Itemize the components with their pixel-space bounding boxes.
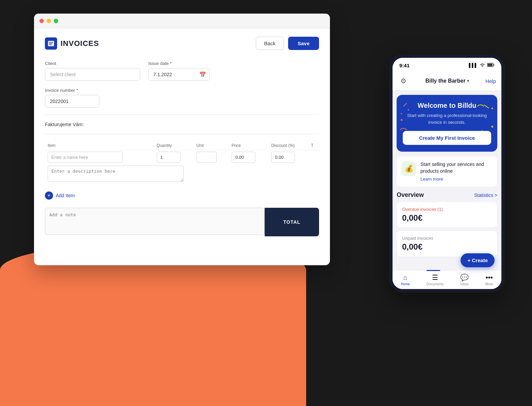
create-fab-button[interactable]: + Create [461,253,495,267]
chevron-down-icon: ▾ [467,79,469,83]
unpaid-amount: 0,00€ [402,242,492,252]
svg-rect-8 [49,43,52,44]
desktop-window: INVOICES Back Save Client Select client … [34,14,330,265]
blob-svg [0,297,306,406]
create-invoice-button[interactable]: Create My First Invoice [403,131,491,145]
item-qty-input[interactable] [157,152,181,163]
issue-date-label: Issue date * [148,61,210,66]
col-price: Price [229,141,269,150]
logo-svg [47,40,55,47]
help-button[interactable]: Help [485,78,496,84]
app-title: INVOICES [61,39,99,48]
calendar-icon: 📅 [199,71,206,78]
traffic-light-red[interactable] [39,19,44,23]
form-row-2: Invoice number * [45,88,319,108]
faktura-label: Fakturujeme Vám: [45,122,319,127]
sell-card: 💰 Start selling your services and produc… [397,156,497,187]
app-logo: INVOICES [45,37,99,50]
window-titlebar [34,14,330,29]
client-select[interactable]: Select client [45,68,140,81]
bottom-section: TOTAL [45,208,319,236]
business-name-text: Billy the Barber [425,78,465,84]
nav-more-label: More [485,282,493,286]
more-icon: ••• [486,274,493,282]
learn-more-link[interactable]: Learn more [420,176,443,182]
table-row: Enter a name here [45,150,319,165]
total-label: TOTAL [283,219,300,225]
gear-button[interactable]: ⚙ [398,75,409,86]
items-table: Item Quantity Unit Price Discount (%) T … [45,141,319,185]
issue-date-group: Issue date * 7.1.2022 📅 [148,61,210,81]
nav-item-more[interactable]: ••• More [485,274,493,286]
overdue-card: Overdue invoices (1) 0,00€ [397,202,497,227]
note-area [45,208,265,236]
welcome-title: Welcome to Billdu [403,102,491,109]
overdue-label: Overdue invoices (1) [402,207,492,212]
svg-rect-7 [49,42,53,43]
wifi-icon [480,63,485,68]
overdue-amount: 0,00€ [402,213,492,223]
nav-item-inbox[interactable]: 💬 Inbox [460,273,469,286]
statistics-link[interactable]: Statistics > [474,192,497,198]
sell-icon: 💰 [401,161,416,176]
home-icon: ⌂ [403,274,408,282]
svg-text:✦: ✦ [400,112,403,116]
item-desc-textarea[interactable] [48,166,184,182]
sell-card-title: Start selling your services and products… [420,161,493,174]
status-bar: 9:41 ▌▌▌ [393,58,501,73]
business-name-button[interactable]: Billy the Barber ▾ [425,78,469,84]
overview-header: Overview Statistics > [397,191,497,199]
phone-scroll-content[interactable]: ✦ ✦ ✦ Welcome to Billdu Start with creat… [393,91,501,269]
nav-documents-label: Documents [427,282,444,286]
sell-text: Start selling your services and products… [420,161,493,182]
add-item-button[interactable]: + Add Item [45,189,75,202]
col-total: T [308,141,319,150]
background-blob [0,270,306,406]
client-label: Client [45,61,140,66]
traffic-light-yellow[interactable] [47,19,51,23]
add-item-label: Add Item [56,193,75,198]
svg-rect-12 [494,64,494,66]
nav-item-documents[interactable]: ☰ Documents [427,273,444,286]
add-item-icon: + [45,191,53,200]
back-button[interactable]: Back [256,37,284,50]
window-content: INVOICES Back Save Client Select client … [34,29,330,265]
nav-item-home[interactable]: ⌂ Home [401,274,410,286]
form-row-1: Client Select client Issue date * 7.1.20… [45,61,319,81]
invoice-number-group: Invoice number * [45,88,99,108]
overview-title: Overview [397,191,424,199]
welcome-banner: ✦ ✦ ✦ Welcome to Billdu Start with creat… [397,95,497,152]
item-unit-input[interactable] [196,152,217,163]
header-buttons: Back Save [256,37,319,50]
logo-icon [45,37,57,50]
invoice-number-input[interactable] [45,95,99,108]
nav-home-label: Home [401,282,410,286]
invoice-number-label: Invoice number * [45,88,99,93]
col-unit: Unit [194,141,229,150]
note-textarea[interactable] [45,208,265,235]
traffic-light-green[interactable] [54,19,58,23]
svg-rect-9 [49,44,52,45]
bottom-nav: ⌂ Home ☰ Documents 💬 Inbox ••• More [393,270,501,289]
svg-point-17 [491,125,493,128]
item-discount-input[interactable] [271,152,295,163]
form-divider-1 [45,115,319,115]
svg-rect-5 [0,331,306,406]
svg-rect-11 [488,64,493,66]
nav-inbox-label: Inbox [460,282,468,286]
inbox-icon: 💬 [460,273,469,282]
client-group: Client Select client [45,61,140,81]
status-time: 9:41 [399,63,410,68]
table-row-desc [45,164,319,185]
app-header: INVOICES Back Save [45,37,319,50]
welcome-subtitle: Start with creating a professional-looki… [403,112,491,125]
item-name-select[interactable]: Enter a name here [48,152,122,163]
save-button[interactable]: Save [288,37,319,50]
form-divider-2 [45,134,319,134]
nav-active-indicator [427,270,440,271]
item-price-input[interactable] [232,152,255,163]
col-item: Item [45,141,154,150]
col-discount: Discount (%) [268,141,308,150]
unpaid-label: Unpaid invoices [402,236,492,241]
battery-icon [487,63,495,68]
